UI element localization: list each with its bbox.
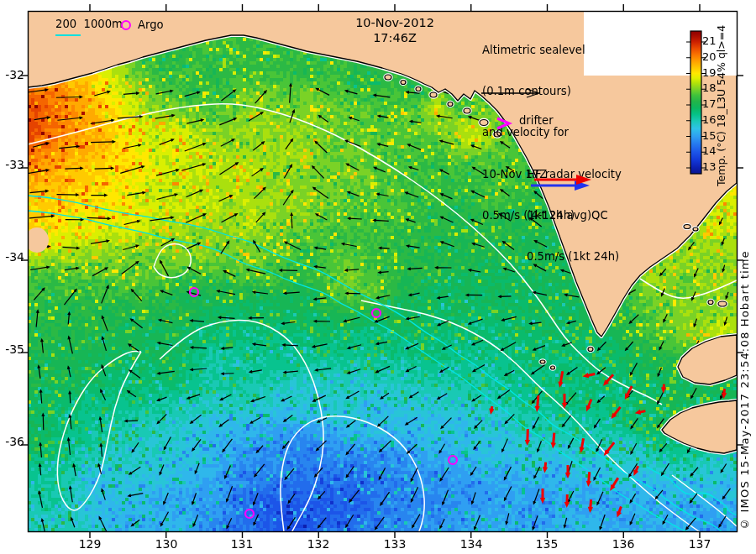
isobath-scale-label: 200 1000m: [55, 18, 123, 29]
x-tick-label: 129: [71, 538, 108, 550]
hf-radar-legend: HF radar velocity (4-12h avg)QC 0.5m/s (…: [527, 140, 622, 291]
argo-label: Argo: [138, 19, 164, 30]
y-tick-label: -33: [1, 159, 24, 170]
isobath-sample-line: [55, 34, 81, 36]
x-tick-label: 130: [148, 538, 185, 550]
y-tick-label: -32: [1, 69, 24, 81]
x-tick-label: 132: [300, 538, 337, 550]
colorbar-title: Temp. (°C) 18_L3U 54% ql>=4: [717, 25, 727, 186]
y-tick-label: -36: [1, 436, 24, 447]
x-tick-label: 131: [223, 538, 260, 550]
drifter-arrow-icon: [495, 116, 515, 131]
velocity-scale-arrow-icon: [479, 86, 548, 100]
sst-map-product: 200 1000m Argo 10-Nov-2012 17:46Z Altime…: [0, 0, 756, 554]
x-tick-label: 135: [528, 538, 565, 550]
x-tick-label: 133: [376, 538, 413, 550]
x-tick-label: 136: [605, 538, 642, 550]
map-time: 17:46Z: [323, 32, 466, 44]
x-tick-label: 134: [453, 538, 490, 550]
watermark: © IMOS 15-May-2017 23:54:08 Hobart time: [739, 198, 750, 530]
hf-scale-arrows-icon: [526, 174, 603, 194]
x-tick-label: 137: [681, 538, 718, 550]
y-tick-label: -34: [1, 251, 24, 263]
drifter-label: drifter: [519, 115, 554, 126]
map-date: 10-Nov-2012: [323, 17, 466, 29]
y-tick-label: -35: [1, 343, 24, 355]
argo-marker-icon: [121, 20, 131, 30]
map-canvas: [0, 0, 756, 554]
